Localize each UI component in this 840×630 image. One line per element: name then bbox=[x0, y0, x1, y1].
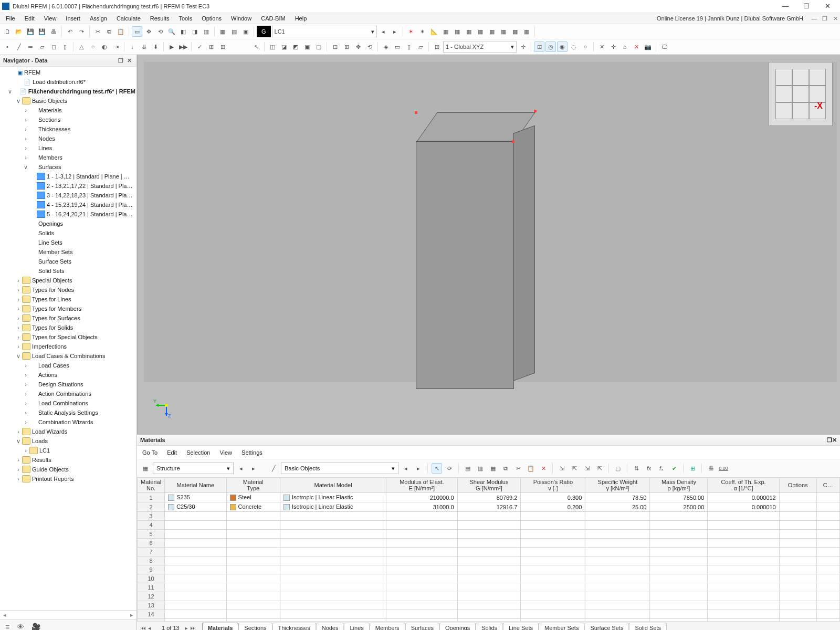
close-button[interactable]: ✕ bbox=[817, 0, 838, 13]
tab-prev-icon[interactable]: ◂ bbox=[148, 625, 151, 631]
export3-icon[interactable]: ⇱ bbox=[594, 463, 605, 474]
tree-item[interactable]: 📄 Load distribution.rf6* bbox=[0, 77, 136, 87]
tree-item[interactable]: 3 - 14,22,18,23 | Standard | Pla… bbox=[0, 191, 136, 200]
tab-surface-sets[interactable]: Surface Sets bbox=[584, 623, 629, 630]
col-w[interactable]: Specific Weightγ [kN/m³] bbox=[585, 478, 650, 493]
fe6-icon[interactable]: ▦ bbox=[498, 26, 509, 37]
mdi-close-icon[interactable]: ✕ bbox=[832, 15, 839, 22]
line-tool-icon[interactable]: ╱ bbox=[14, 41, 24, 52]
col-model[interactable]: Material Model bbox=[280, 478, 386, 493]
model-viewport[interactable]: YZ -X bbox=[137, 55, 840, 434]
table-row[interactable]: 11 bbox=[138, 583, 840, 592]
house-icon[interactable]: ⌂ bbox=[620, 41, 630, 52]
table-row[interactable]: 13 bbox=[138, 601, 840, 610]
col-g[interactable]: Shear ModulusG [N/mm²] bbox=[457, 478, 521, 493]
tree-item[interactable]: Openings bbox=[0, 219, 136, 228]
objects-combo[interactable]: Basic Objects▾ bbox=[281, 463, 398, 474]
release-icon[interactable]: ◐ bbox=[99, 41, 110, 52]
table-row[interactable]: 7 bbox=[138, 548, 840, 556]
display-icon[interactable]: 🖵 bbox=[659, 41, 669, 52]
navigator-tree[interactable]: ▣ RFEM📄 Load distribution.rf6*∨📄 Flächen… bbox=[0, 67, 136, 610]
tab-surfaces[interactable]: Surfaces bbox=[405, 623, 439, 630]
tab-nodes[interactable]: Nodes bbox=[316, 623, 344, 630]
loads-show-icon[interactable]: ✶ bbox=[406, 26, 416, 37]
table-row[interactable]: 9 bbox=[138, 565, 840, 574]
tree-item[interactable]: Line Sets bbox=[0, 238, 136, 247]
osnap2-icon[interactable]: ◉ bbox=[557, 41, 568, 52]
tree-item[interactable]: ›Static Analysis Settings bbox=[0, 408, 136, 417]
fe-icon[interactable]: ▦ bbox=[440, 26, 451, 37]
nav-scroll-right-icon[interactable]: ▸ bbox=[127, 612, 136, 618]
menu-cad-bim[interactable]: CAD-BIM bbox=[256, 14, 290, 23]
mdi-minimize-icon[interactable]: — bbox=[811, 15, 818, 22]
tab-last-icon[interactable]: ⏭ bbox=[190, 625, 196, 631]
fe8-icon[interactable]: ▦ bbox=[521, 26, 532, 37]
mat-menu-selection[interactable]: Selection bbox=[186, 449, 210, 456]
mat-menu-settings[interactable]: Settings bbox=[242, 449, 262, 456]
tree-item[interactable]: ›Imperfections bbox=[0, 342, 136, 351]
box2-icon[interactable]: ▢ bbox=[313, 41, 324, 52]
menu-help[interactable]: Help bbox=[290, 14, 312, 23]
tree-item[interactable]: ›Design Situations bbox=[0, 380, 136, 389]
solid-tool-icon[interactable]: ▯ bbox=[60, 41, 70, 52]
opening-tool-icon[interactable]: ◻ bbox=[48, 41, 59, 52]
fe-tool2-icon[interactable]: ⊞ bbox=[217, 41, 228, 52]
node[interactable] bbox=[534, 110, 537, 112]
select-mode-icon[interactable]: ▭ bbox=[132, 26, 142, 37]
hinge-icon[interactable]: ○ bbox=[88, 41, 98, 52]
menu-options[interactable]: Options bbox=[197, 14, 226, 23]
objects-icon[interactable]: ╱ bbox=[268, 463, 279, 474]
tree-item[interactable]: Solid Sets bbox=[0, 266, 136, 276]
loads-hide-icon[interactable]: ✶ bbox=[417, 26, 428, 37]
table-row[interactable]: 4 bbox=[138, 521, 840, 530]
tree-item[interactable]: ›Types for Surfaces bbox=[0, 313, 136, 323]
row-add-icon[interactable]: ▤ bbox=[463, 463, 473, 474]
solid-render-icon[interactable]: ◪ bbox=[279, 41, 289, 52]
print2-icon[interactable]: 🖶 bbox=[706, 463, 716, 474]
osnap-icon[interactable]: ◎ bbox=[545, 41, 556, 52]
dim-icon[interactable]: 📐 bbox=[429, 26, 439, 37]
tree-item[interactable]: ›Materials bbox=[0, 106, 136, 115]
tree-item[interactable]: ›Types for Nodes bbox=[0, 285, 136, 295]
materials-table[interactable]: MaterialNo.Material NameMaterialTypeMate… bbox=[137, 477, 840, 621]
tab-solid-sets[interactable]: Solid Sets bbox=[629, 623, 667, 630]
menu-results[interactable]: Results bbox=[145, 14, 174, 23]
snap-icon[interactable]: ⊡ bbox=[534, 41, 544, 52]
tree-item[interactable]: ›Load Wizards bbox=[0, 427, 136, 436]
col-v[interactable]: Poisson's Ratioν [-] bbox=[521, 478, 585, 493]
tree-item[interactable]: ∨📄 Flächendurchdringung test.rf6* | RFEM bbox=[0, 87, 136, 96]
calc-icon[interactable]: ▶ bbox=[166, 41, 177, 52]
pan2-icon[interactable]: ✥ bbox=[353, 41, 363, 52]
copy-icon[interactable]: ⧉ bbox=[104, 26, 114, 37]
view2-icon[interactable]: ◨ bbox=[190, 26, 200, 37]
cut-icon[interactable]: ✂ bbox=[92, 26, 103, 37]
tree-item[interactable]: ›Special Objects bbox=[0, 276, 136, 285]
minimize-button[interactable]: — bbox=[775, 0, 796, 13]
tree-item[interactable]: ›Types for Solids bbox=[0, 323, 136, 332]
table-row[interactable]: 1 S235 Steel Isotropic | Linear Elastic … bbox=[138, 493, 840, 502]
surface-tool-icon[interactable]: ▱ bbox=[37, 41, 47, 52]
fx-icon[interactable]: fx bbox=[644, 463, 654, 474]
col-c[interactable]: C… bbox=[816, 478, 840, 493]
load2-icon[interactable]: ⇊ bbox=[139, 41, 149, 52]
table-row[interactable]: 14 bbox=[138, 610, 840, 619]
tree-item[interactable]: ∨Basic Objects bbox=[0, 96, 136, 106]
table-row[interactable]: 6 bbox=[138, 539, 840, 548]
del-icon[interactable]: ✕ bbox=[631, 41, 642, 52]
open-file-icon[interactable]: 📂 bbox=[14, 26, 24, 37]
tab-sections[interactable]: Sections bbox=[238, 623, 272, 630]
menu-view[interactable]: View bbox=[39, 14, 61, 23]
tree-item[interactable]: ›Load Combinations bbox=[0, 398, 136, 408]
ecc-icon[interactable]: ⇥ bbox=[111, 41, 121, 52]
print-icon[interactable]: 🖶 bbox=[48, 26, 59, 37]
tree-item[interactable]: Member Sets bbox=[0, 247, 136, 257]
table-row[interactable]: 10 bbox=[138, 574, 840, 583]
tree-item[interactable]: ∨Surfaces bbox=[0, 162, 136, 172]
table-row[interactable]: 5 bbox=[138, 530, 840, 539]
mdi-restore-icon[interactable]: ❐ bbox=[821, 15, 828, 22]
menu-calculate[interactable]: Calculate bbox=[112, 14, 145, 23]
fe-tool-icon[interactable]: ⊞ bbox=[206, 41, 216, 52]
fx2-icon[interactable]: fₓ bbox=[656, 463, 667, 474]
export-icon[interactable]: ⇱ bbox=[569, 463, 580, 474]
pan-icon[interactable]: ✥ bbox=[143, 26, 154, 37]
